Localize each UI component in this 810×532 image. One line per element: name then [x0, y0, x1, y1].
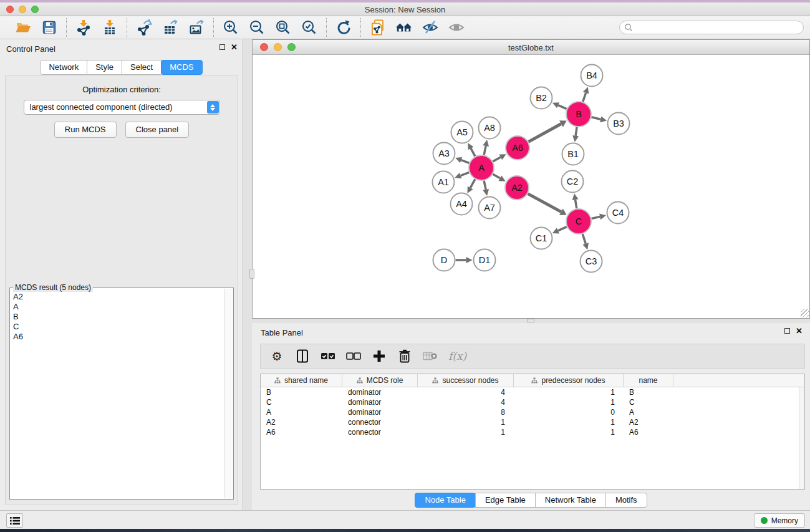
table-cell[interactable]: B [624, 387, 673, 397]
close-panel-icon[interactable]: ✕ [231, 44, 238, 51]
table-cell[interactable]: 0 [514, 407, 624, 417]
table-cell[interactable]: 1 [418, 417, 514, 427]
float-panel-icon[interactable] [219, 44, 225, 50]
graph-edge[interactable] [591, 117, 600, 119]
show-all-button[interactable] [448, 19, 465, 36]
refresh-button[interactable] [335, 19, 352, 36]
export-network-button[interactable] [135, 19, 153, 36]
tab-edge-table[interactable]: Edge Table [475, 493, 536, 508]
table-cell[interactable]: 1 [514, 417, 624, 427]
graph-edge[interactable] [461, 172, 470, 175]
zoom-fit-button[interactable] [274, 19, 292, 36]
table-row[interactable]: A2connector11A2 [261, 417, 804, 427]
column-header[interactable]: MCDS role [342, 374, 418, 387]
tab-network[interactable]: Network [40, 60, 87, 75]
column-settings-button[interactable]: ⚙ [269, 349, 284, 364]
graph-edge[interactable] [484, 146, 486, 155]
table-cell[interactable]: A [624, 407, 673, 417]
table-cell[interactable]: connector [342, 427, 418, 437]
network-graph[interactable]: B4B2BB3A5A8A6A3B1AA1C2A2A4A7CC4C1C3DD1 [253, 55, 809, 318]
table-scrollbar[interactable] [799, 387, 804, 489]
table-cell[interactable]: dominator [342, 387, 418, 397]
table-cell[interactable]: A [261, 407, 342, 417]
memory-button[interactable]: Memory [754, 513, 805, 528]
graph-edge[interactable] [461, 160, 470, 163]
column-header[interactable]: shared name [261, 374, 342, 387]
export-image-button[interactable] [188, 19, 205, 36]
search-input[interactable] [619, 21, 804, 34]
graph-edge[interactable] [583, 93, 586, 102]
list-scrollbar[interactable] [224, 289, 233, 498]
table-cell[interactable]: C [624, 397, 673, 407]
graph-edge[interactable] [591, 216, 600, 218]
float-table-panel-icon[interactable] [784, 328, 790, 334]
table-cell[interactable]: 1 [514, 387, 624, 397]
graph-edge[interactable] [529, 123, 561, 142]
new-network-from-file-button[interactable] [369, 19, 387, 36]
tab-select[interactable]: Select [122, 60, 162, 75]
mcds-result-item[interactable]: A [11, 302, 224, 312]
column-header[interactable]: name [624, 374, 673, 387]
graph-edge[interactable] [528, 194, 561, 212]
close-panel-button[interactable]: Close panel [125, 122, 190, 138]
column-header[interactable]: predecessor nodes [514, 374, 624, 387]
network-window-titlebar[interactable]: testGlobe.txt [253, 40, 809, 55]
graph-edge[interactable] [470, 179, 475, 188]
graph-edge[interactable] [582, 234, 586, 244]
graph-edge[interactable] [484, 181, 486, 190]
select-all-button[interactable] [321, 349, 335, 364]
tab-mcds[interactable]: MCDS [161, 60, 202, 75]
mcds-result-list[interactable]: A2ABCA6 [11, 292, 224, 498]
graph-edge[interactable] [558, 105, 567, 109]
splitter-handle-left[interactable] [249, 269, 254, 279]
tab-network-table[interactable]: Network Table [535, 493, 606, 508]
table-cell[interactable]: A2 [624, 417, 673, 427]
table-cell[interactable]: 4 [418, 397, 514, 407]
table-cell[interactable]: A6 [624, 427, 673, 437]
tab-style[interactable]: Style [87, 60, 122, 75]
table-cell[interactable]: 1 [418, 427, 514, 437]
graph-edge[interactable] [493, 174, 500, 178]
zoom-out-button[interactable] [248, 19, 266, 36]
open-session-button[interactable] [14, 19, 32, 36]
table-cell[interactable]: A2 [261, 417, 342, 427]
column-header[interactable]: successor nodes [418, 374, 514, 387]
resize-grip[interactable] [801, 309, 809, 317]
hide-selected-button[interactable] [422, 19, 439, 36]
table-row[interactable]: Cdominator41C [261, 397, 804, 407]
deselect-all-button[interactable] [346, 349, 361, 364]
table-cell[interactable]: 4 [418, 387, 514, 397]
graph-edge[interactable] [576, 127, 577, 136]
import-table-button[interactable] [101, 19, 118, 36]
show-panels-button[interactable] [6, 513, 23, 528]
import-network-button[interactable] [75, 19, 92, 36]
mcds-result-item[interactable]: A6 [11, 332, 224, 342]
close-table-panel-icon[interactable]: ✕ [796, 327, 803, 334]
table-cell[interactable]: dominator [342, 407, 418, 417]
network-canvas[interactable]: B4B2BB3A5A8A6A3B1AA1C2A2A4A7CC4C1C3DD1 [253, 55, 809, 318]
show-columns-button[interactable] [295, 349, 310, 364]
table-cell[interactable]: 1 [514, 427, 624, 437]
table-row[interactable]: Bdominator41B [261, 387, 804, 397]
graph-edge[interactable] [493, 157, 500, 162]
save-session-button[interactable] [41, 19, 58, 36]
table-row[interactable]: A6connector11A6 [261, 427, 804, 437]
graph-edge[interactable] [576, 200, 577, 208]
add-row-button[interactable] [372, 349, 387, 364]
table-cell[interactable]: 1 [514, 397, 624, 407]
export-table-button[interactable] [162, 19, 179, 36]
graph-edge[interactable] [558, 227, 567, 231]
splitter-handle-bottom[interactable] [527, 319, 534, 322]
table-cell[interactable]: B [261, 387, 342, 397]
graph-edge[interactable] [471, 148, 475, 157]
table-row[interactable]: Adominator80A [261, 407, 804, 417]
mcds-result-item[interactable]: A2 [11, 292, 224, 302]
table-cell[interactable]: A6 [261, 427, 342, 437]
delete-row-button[interactable] [397, 349, 412, 364]
criterion-select[interactable]: largest connected component (directed) [24, 100, 220, 115]
zoom-in-button[interactable] [222, 19, 239, 36]
mcds-result-item[interactable]: B [11, 312, 224, 322]
run-mcds-button[interactable]: Run MCDS [54, 122, 117, 138]
table-cell[interactable]: 8 [418, 407, 514, 417]
mcds-result-item[interactable]: C [11, 322, 224, 332]
